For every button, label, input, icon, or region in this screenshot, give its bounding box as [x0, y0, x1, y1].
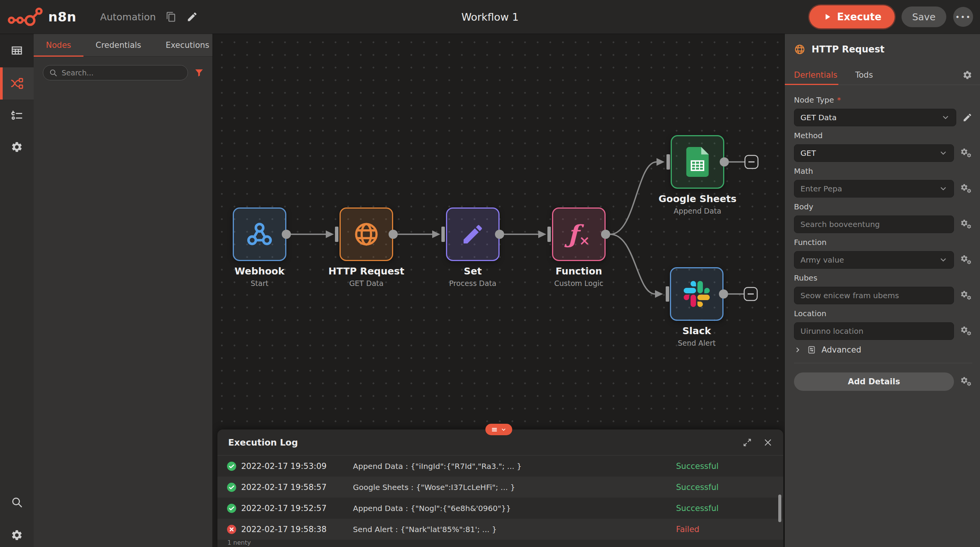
save-button[interactable]: Save	[902, 7, 946, 27]
node-label-http-request: HTTP Request GET Data	[313, 266, 420, 287]
sidebar-item-workflows[interactable]	[0, 67, 34, 100]
node-label-slack: Slack Send Alert	[643, 325, 750, 347]
log-scrollbar[interactable]	[778, 495, 781, 522]
node-slack[interactable]	[670, 267, 724, 321]
log-row[interactable]: 2022-02-17 19:58:38 Send Alert : {"Nark"…	[217, 519, 783, 540]
gears-icon[interactable]	[960, 290, 972, 301]
node-label-google-sheets: Google Sheets Append Data	[644, 193, 751, 215]
gears-icon[interactable]	[960, 183, 972, 194]
log-time: 2022-02-17 19:52:57	[241, 504, 348, 513]
node-type-select[interactable]: GET Data	[794, 109, 956, 126]
more-options-button[interactable]: •••	[953, 7, 973, 27]
sidebar-item-overview[interactable]	[0, 34, 34, 67]
tab-derlentials[interactable]: Derlentials	[785, 65, 838, 85]
play-icon	[822, 12, 832, 22]
input-port-set[interactable]	[441, 227, 445, 242]
log-rows: 2022-02-17 19:53:09 Append Data : {"iIng…	[217, 456, 783, 540]
settings-tabs: Derlentials Tods	[785, 65, 980, 85]
search-icon	[11, 496, 23, 508]
gears-icon[interactable]	[960, 255, 972, 265]
node-http-request[interactable]	[340, 207, 393, 261]
function-select[interactable]: Army value	[794, 251, 954, 269]
filter-funnel-icon[interactable]	[194, 68, 204, 78]
log-time: 2022-02-17 19:58:57	[241, 483, 348, 492]
log-row[interactable]: 2022-02-17 19:58:57 Google Sheets : {"Wo…	[217, 477, 783, 498]
log-time: 2022-02-17 19:58:38	[241, 525, 348, 534]
n8n-logo-icon	[8, 7, 44, 27]
divider	[794, 363, 972, 363]
chevron-down-icon	[939, 256, 947, 264]
search-icon	[49, 69, 57, 77]
log-row[interactable]: 2022-02-17 19:53:09 Append Data : {"iIng…	[217, 456, 783, 477]
input-port-sheets[interactable]	[666, 154, 670, 170]
input-port-slack[interactable]	[666, 286, 669, 302]
advanced-toggle[interactable]: Advanced	[794, 345, 972, 354]
field-label-node-type: Node Type*	[794, 96, 972, 104]
gears-icon[interactable]	[960, 326, 972, 336]
input-port-http[interactable]	[335, 227, 338, 242]
field-label-function: Function	[794, 238, 972, 247]
node-search	[43, 65, 188, 80]
executions-list-icon	[10, 109, 23, 122]
node-label-webhook: Webhook Start	[206, 266, 313, 287]
table-icon	[10, 44, 23, 57]
gear-icon	[11, 141, 23, 153]
node-function[interactable]: ƒ×	[552, 207, 606, 261]
add-details-button[interactable]: Add Details	[794, 372, 954, 391]
duplicate-icon[interactable]	[166, 11, 176, 22]
gears-icon[interactable]	[960, 148, 972, 158]
success-icon	[227, 461, 237, 471]
tab-nodes[interactable]: Nodes	[34, 34, 83, 56]
add-node-button-slack[interactable]	[744, 287, 757, 300]
gears-icon[interactable]	[960, 219, 972, 230]
input-port-function[interactable]	[547, 227, 551, 242]
gear-icon	[11, 529, 23, 541]
tab-executions[interactable]: Executions	[154, 34, 222, 56]
menu-icon	[491, 426, 498, 433]
panel-title: HTTP Request	[812, 44, 884, 55]
sidebar-item-settings[interactable]	[0, 131, 34, 163]
execute-button[interactable]: Execute	[809, 5, 894, 28]
nodes-panel: Nodes Credentials Executions	[34, 34, 212, 547]
more-dots-icon: •••	[955, 12, 971, 21]
chevron-down-icon	[939, 185, 947, 193]
close-icon[interactable]	[763, 438, 773, 447]
method-select[interactable]: GET	[794, 144, 954, 162]
node-set[interactable]	[446, 207, 500, 261]
save-label: Save	[912, 11, 936, 23]
chevron-down-icon	[941, 113, 950, 122]
pencil-icon[interactable]	[962, 113, 972, 122]
math-select[interactable]: Enter Pepa	[794, 180, 954, 198]
body-input[interactable]	[794, 216, 954, 233]
tab-credentials[interactable]: Credentials	[83, 34, 154, 56]
node-google-sheets[interactable]	[671, 135, 724, 189]
success-icon	[227, 503, 237, 513]
topbar-actions: Execute Save •••	[809, 5, 980, 28]
tab-tods[interactable]: Tods	[855, 65, 873, 85]
location-input[interactable]	[794, 322, 954, 340]
node-label-set: Set Process Data	[419, 266, 526, 287]
log-message: Google Sheets : {"Wose":I37LcLeHFi"; ...…	[353, 483, 671, 492]
globe-icon	[794, 44, 805, 55]
brand-name: n8n	[48, 9, 77, 24]
sidebar-item-search[interactable]	[0, 486, 34, 518]
sidebar-item-settings-bottom[interactable]	[0, 519, 34, 547]
log-message: Append Data : {"iIngId":{"R7Id","Ra3."; …	[353, 462, 671, 471]
rubes-input[interactable]	[794, 287, 954, 304]
icon-sidebar	[0, 34, 34, 547]
required-asterisk: *	[837, 95, 841, 105]
node-search-input[interactable]	[43, 65, 188, 80]
node-webhook[interactable]	[233, 207, 286, 261]
expand-icon[interactable]	[743, 438, 752, 447]
node-settings-panel: HTTP Request Derlentials Tods Node Type*…	[785, 34, 980, 547]
gears-icon[interactable]	[960, 376, 972, 387]
log-collapse-pill[interactable]	[485, 424, 512, 435]
edit-pencil-icon[interactable]	[186, 11, 198, 23]
add-node-button-sheets[interactable]	[745, 155, 758, 168]
sidebar-item-executions[interactable]	[0, 100, 34, 132]
nodes-panel-tabs: Nodes Credentials Executions	[34, 34, 212, 57]
log-time: 2022-02-17 19:53:09	[241, 462, 348, 471]
execute-label: Execute	[837, 11, 881, 23]
log-row[interactable]: 2022-02-17 19:52:57 Append Data : {"Nogl…	[217, 498, 783, 519]
gear-icon[interactable]	[962, 70, 972, 80]
